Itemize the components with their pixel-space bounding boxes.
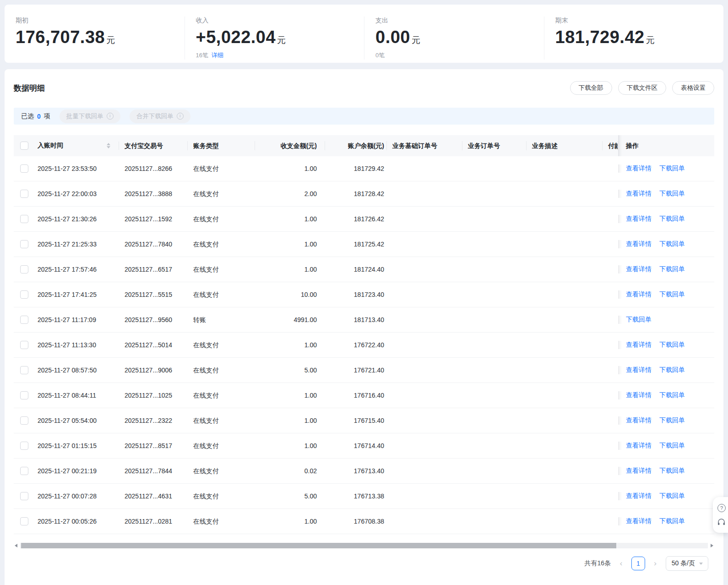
cell-balance: 181724.40 — [325, 257, 387, 282]
select-all-checkbox[interactable] — [20, 142, 28, 150]
download-receipt-link[interactable]: 下载回单 — [659, 467, 685, 475]
view-detail-link[interactable]: 查看详情 — [626, 416, 652, 425]
row-checkbox[interactable] — [20, 517, 28, 525]
view-detail-link[interactable]: 查看详情 — [626, 391, 652, 399]
cell-balance: 176721.40 — [325, 358, 387, 383]
row-checkbox[interactable] — [20, 366, 28, 374]
income-detail-link[interactable]: 详细 — [212, 52, 223, 59]
sort-icon[interactable] — [107, 143, 110, 149]
row-checkbox[interactable] — [20, 164, 28, 173]
scroll-left-arrow-icon[interactable] — [15, 544, 17, 547]
view-detail-link[interactable]: 查看详情 — [626, 240, 652, 248]
help-question-icon[interactable] — [717, 504, 726, 512]
batch-download-receipt-button[interactable]: 批量下载回单 — [60, 109, 120, 123]
view-detail-link[interactable]: 查看详情 — [626, 442, 652, 450]
row-checkbox[interactable] — [20, 316, 28, 324]
cell-amount: 1.00 — [255, 157, 325, 181]
download-receipt-link[interactable]: 下载回单 — [659, 366, 685, 374]
merge-download-receipt-button[interactable]: 合并下载回单 — [130, 109, 190, 123]
view-detail-link[interactable]: 查看详情 — [626, 265, 652, 273]
row-checkbox[interactable] — [20, 416, 28, 425]
table-row: 2025-11-27 00:05:26 20251127...0281 在线支付… — [14, 509, 714, 534]
cell-account-type: 在线支付 — [188, 283, 255, 307]
view-detail-link[interactable]: 查看详情 — [626, 164, 652, 173]
summary-expense: 支出 0.00元 0笔 — [364, 16, 544, 60]
cell-time: 2025-11-27 08:44:11 — [32, 383, 119, 408]
view-detail-link[interactable]: 查看详情 — [626, 190, 652, 198]
table-settings-button[interactable]: 表格设置 — [672, 81, 714, 95]
view-detail-link[interactable]: 查看详情 — [626, 517, 652, 525]
cell-transaction-id: 20251127...1592 — [119, 207, 188, 231]
view-detail-link[interactable]: 查看详情 — [626, 341, 652, 349]
download-file-zone-button[interactable]: 下载文件区 — [618, 81, 667, 95]
cell-transaction-id: 20251127...5515 — [119, 283, 188, 307]
view-detail-link[interactable]: 查看详情 — [626, 290, 652, 299]
cell-balance: 181713.40 — [325, 308, 387, 332]
cell-amount: 1.00 — [255, 434, 325, 458]
download-receipt-link[interactable]: 下载回单 — [659, 416, 685, 425]
row-checkbox[interactable] — [20, 215, 28, 223]
table-row: 2025-11-27 22:00:03 20251127...3888 在线支付… — [14, 181, 714, 207]
cell-transaction-id: 20251127...7840 — [119, 232, 188, 257]
download-receipt-link[interactable]: 下载回单 — [659, 265, 685, 273]
download-all-button[interactable]: 下载全部 — [570, 81, 612, 95]
download-receipt-link[interactable]: 下载回单 — [659, 240, 685, 248]
scrollbar-thumb[interactable] — [21, 543, 616, 548]
summary-label: 期末 — [555, 16, 713, 25]
row-checkbox[interactable] — [20, 240, 28, 248]
view-detail-link[interactable]: 查看详情 — [626, 215, 652, 223]
cell-transaction-id: 20251127...0281 — [119, 509, 188, 534]
download-receipt-link[interactable]: 下载回单 — [659, 442, 685, 450]
download-receipt-link[interactable]: 下载回单 — [626, 316, 652, 324]
currency-unit: 元 — [412, 35, 421, 45]
customer-service-headset-icon[interactable] — [717, 519, 725, 526]
download-receipt-link[interactable]: 下载回单 — [659, 492, 685, 500]
page-number-button[interactable]: 1 — [631, 557, 645, 570]
row-actions: 查看详情下载回单 — [618, 215, 714, 223]
summary-value: 176,707.38元 — [16, 27, 174, 47]
selected-count: 0 — [37, 113, 41, 120]
next-page-button[interactable] — [654, 560, 657, 568]
cell-amount: 10.00 — [255, 283, 325, 307]
summary-closing-balance: 期末 181,729.42元 — [544, 16, 724, 60]
row-actions: 下载回单 — [618, 316, 714, 324]
row-checkbox[interactable] — [20, 391, 28, 399]
cell-balance: 176714.40 — [325, 434, 387, 458]
column-header-balance: 账户余额(元) — [325, 135, 387, 156]
row-checkbox[interactable] — [20, 265, 28, 273]
view-detail-link[interactable]: 查看详情 — [626, 467, 652, 475]
download-receipt-link[interactable]: 下载回单 — [659, 391, 685, 399]
prev-page-button[interactable] — [619, 560, 623, 568]
summary-label: 期初 — [16, 16, 174, 25]
download-receipt-link[interactable]: 下载回单 — [659, 341, 685, 349]
scroll-right-arrow-icon[interactable] — [711, 544, 713, 547]
cell-transaction-id: 20251127...2322 — [119, 409, 188, 433]
download-receipt-link[interactable]: 下载回单 — [659, 215, 685, 223]
row-checkbox[interactable] — [20, 442, 28, 450]
cell-balance: 176715.40 — [325, 409, 387, 433]
row-actions: 查看详情下载回单 — [618, 190, 714, 198]
page-size-select[interactable]: 50 条/页 — [666, 556, 708, 571]
download-receipt-link[interactable]: 下载回单 — [659, 164, 685, 173]
cell-amount: 5.00 — [255, 484, 325, 508]
download-receipt-link[interactable]: 下载回单 — [659, 517, 685, 525]
download-receipt-link[interactable]: 下载回单 — [659, 290, 685, 299]
table-row: 2025-11-27 21:30:26 20251127...1592 在线支付… — [14, 207, 714, 232]
table-row: 2025-11-27 08:44:11 20251127...1025 在线支付… — [14, 383, 714, 408]
cell-transaction-id: 20251127...8266 — [119, 157, 188, 181]
currency-unit: 元 — [646, 35, 655, 45]
row-actions: 查看详情下载回单 — [618, 416, 714, 425]
transactions-table: 入账时间 支付宝交易号 账务类型 收支金额(元) 账户余额(元) 业务基础订单号… — [14, 135, 714, 534]
view-detail-link[interactable]: 查看详情 — [626, 366, 652, 374]
download-receipt-link[interactable]: 下载回单 — [659, 190, 685, 198]
currency-unit: 元 — [106, 35, 115, 45]
row-checkbox[interactable] — [20, 492, 28, 500]
cell-amount: 1.00 — [255, 333, 325, 357]
row-checkbox[interactable] — [20, 290, 28, 299]
view-detail-link[interactable]: 查看详情 — [626, 492, 652, 500]
row-checkbox[interactable] — [20, 190, 28, 198]
info-icon — [107, 113, 114, 120]
cell-time: 2025-11-27 23:53:50 — [32, 157, 119, 181]
row-checkbox[interactable] — [20, 341, 28, 349]
row-checkbox[interactable] — [20, 467, 28, 475]
